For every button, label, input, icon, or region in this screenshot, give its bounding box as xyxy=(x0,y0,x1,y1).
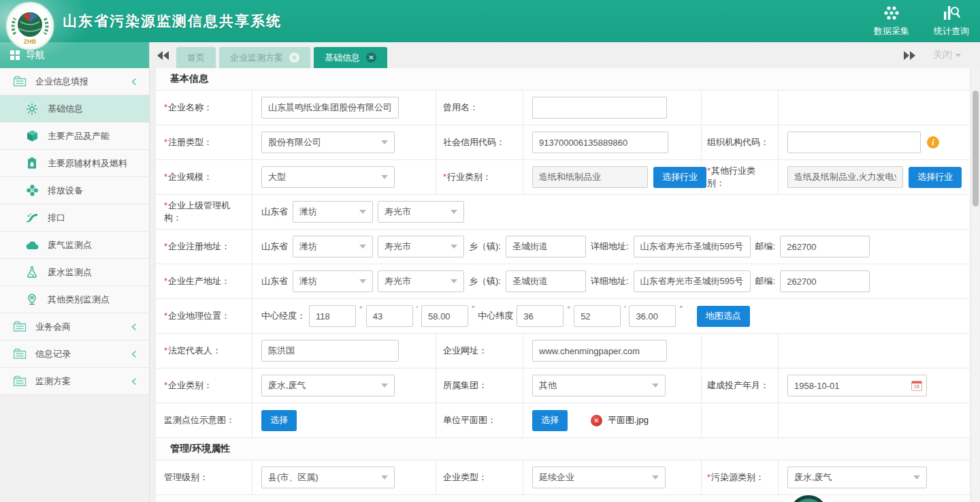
minute-unit: ′ xyxy=(624,304,625,314)
form-row-parent-org: *企业上级管理机构： 山东省 潍坊 寿光市 xyxy=(156,195,970,230)
register-type-select[interactable]: 股份有限公司 xyxy=(261,131,395,153)
monitor-sketch-select-button[interactable]: 选择 xyxy=(261,410,297,431)
enterprise-scale-select[interactable]: 大型 xyxy=(261,166,395,188)
industry-category-input[interactable] xyxy=(532,166,648,188)
group-belong-label: 所属集团： xyxy=(443,379,487,392)
cloud-icon xyxy=(25,239,39,251)
website-input[interactable] xyxy=(532,340,667,362)
production-address-zip-input[interactable] xyxy=(780,270,870,292)
longitude-second-input[interactable] xyxy=(421,305,468,327)
sidebar-item-gas-monitoring-points[interactable]: 废气监测点 xyxy=(0,232,149,259)
production-address-city-select[interactable]: 潍坊 xyxy=(293,270,373,292)
pollution-type-label: *污染源类别： xyxy=(707,471,764,484)
sidebar-item-other-monitoring-points[interactable]: 其他类别监测点 xyxy=(0,286,149,313)
app-logo: ZHB xyxy=(5,1,54,50)
former-name-input[interactable] xyxy=(532,97,667,119)
map-pick-button[interactable]: 地图选点 xyxy=(697,306,750,327)
latitude-degree-input[interactable] xyxy=(517,305,564,327)
tab-label: 企业监测方案 xyxy=(230,52,283,64)
parent-org-city-select[interactable]: 潍坊 xyxy=(293,201,373,223)
legal-person-input[interactable] xyxy=(261,340,399,362)
credit-code-input[interactable] xyxy=(532,131,668,153)
form-row-category-group-date: *企业类别： 废水,废气 所属集团： 其他 建成投产年月： xyxy=(156,368,970,403)
longitude-degree-input[interactable] xyxy=(309,305,356,327)
tab-close-icon[interactable]: ✕ xyxy=(289,52,299,63)
unit-plan-file-link[interactable]: 平面图.jpg xyxy=(608,414,649,426)
sidebar-item-label: 信息记录 xyxy=(35,348,71,360)
content-area: 基本信息 *企业名称： 曾用名： *注册类型： 股份有限公司 社会信用代码： 组… xyxy=(150,68,980,502)
province-label: 山东省 xyxy=(261,206,288,218)
folder-icon xyxy=(13,375,27,388)
parent-org-county-select[interactable]: 寿光市 xyxy=(378,201,464,223)
chevron-down-icon xyxy=(652,383,659,388)
other-industry-input[interactable] xyxy=(787,166,903,188)
info-icon[interactable]: i xyxy=(927,136,939,148)
delete-file-icon[interactable]: ✕ xyxy=(591,415,602,426)
sidebar-item-label: 排口 xyxy=(48,212,65,224)
unit-plan-select-button[interactable]: 选择 xyxy=(532,410,568,431)
data-collection-button[interactable]: 数据采集 xyxy=(870,5,913,37)
latitude-minute-input[interactable] xyxy=(574,305,621,327)
tab-close-icon[interactable]: ✕ xyxy=(366,52,376,63)
province-label: 山东省 xyxy=(261,275,288,287)
production-address-town-input[interactable] xyxy=(506,270,586,292)
sidebar-item-label: 废水监测点 xyxy=(48,266,92,279)
tab-scroll-left-icon[interactable] xyxy=(157,51,169,60)
form-row-images: 监测点位示意图： 选择 单位平面图： 选择 ✕ 平面图.jpg xyxy=(156,403,970,438)
register-address-county-select[interactable]: 寿光市 xyxy=(378,236,464,257)
management-level-select[interactable]: 县(市、区属) xyxy=(261,467,395,488)
production-address-detail-input[interactable] xyxy=(634,270,751,292)
chevron-down-icon xyxy=(451,210,457,214)
longitude-minute-input[interactable] xyxy=(366,305,413,327)
pollution-type-select[interactable]: 废水,废气 xyxy=(787,467,927,488)
sidebar-item-products-capacity[interactable]: 主要产品及产能 xyxy=(0,123,149,150)
chevron-left-icon xyxy=(131,350,137,358)
section-title-basic-info: 基本信息 xyxy=(156,68,970,91)
register-address-detail-input[interactable] xyxy=(634,236,751,257)
folder-icon xyxy=(13,321,27,333)
production-date-input[interactable] xyxy=(787,375,927,396)
logo-text: ZHB xyxy=(24,38,37,45)
basic-info-form: 基本信息 *企业名称： 曾用名： *注册类型： 股份有限公司 社会信用代码： 组… xyxy=(155,68,970,502)
org-code-input[interactable] xyxy=(787,131,921,153)
enterprise-name-input[interactable] xyxy=(261,97,399,119)
register-address-city-select[interactable]: 潍坊 xyxy=(293,236,373,257)
calendar-icon[interactable] xyxy=(911,381,922,391)
register-address-town-input[interactable] xyxy=(506,236,586,257)
sidebar-item-business-consultation-group[interactable]: 业务会商 xyxy=(0,313,149,341)
select-industry-button[interactable]: 选择行业 xyxy=(653,167,706,188)
tab-scroll-right-icon[interactable] xyxy=(903,51,915,60)
chevron-down-icon xyxy=(381,140,388,144)
latitude-second-input[interactable] xyxy=(629,305,676,327)
legal-person-label: *法定代表人： xyxy=(164,345,221,357)
sidebar-item-info-records-group[interactable]: 信息记录 xyxy=(0,341,149,368)
chevron-left-icon xyxy=(131,78,137,86)
close-tabs-menu[interactable]: 关闭 xyxy=(933,49,961,61)
tab-enterprise-monitoring-plan[interactable]: 企业监测方案 ✕ xyxy=(219,47,310,68)
stats-query-label: 统计查询 xyxy=(934,25,969,37)
register-address-zip-input[interactable] xyxy=(780,236,870,257)
sidebar-item-monitoring-plan-group[interactable]: 监测方案 xyxy=(0,368,149,395)
enterprise-category-select[interactable]: 废水,废气 xyxy=(261,375,395,396)
sidebar-item-enterprise-info-group[interactable]: 企业信息填报 xyxy=(0,68,149,95)
second-unit: ″ xyxy=(679,304,682,314)
select-other-industry-button[interactable]: 选择行业 xyxy=(909,167,962,188)
sidebar-item-outlets[interactable]: 排口 xyxy=(0,204,149,232)
sidebar-item-water-monitoring-points[interactable]: 废水监测点 xyxy=(0,259,149,286)
sidebar-item-basic-info[interactable]: 基础信息 xyxy=(0,95,149,123)
tab-home[interactable]: 首页 xyxy=(176,47,216,68)
tab-basic-info[interactable]: 基础信息 ✕ xyxy=(314,47,387,68)
detail-address-label: 详细地址: xyxy=(591,240,629,253)
vertical-scrollbar-thumb[interactable] xyxy=(973,91,979,206)
stats-query-button[interactable]: 统计查询 xyxy=(930,5,973,37)
sidebar-item-raw-materials-fuel[interactable]: 主要原辅材料及燃料 xyxy=(0,150,149,177)
production-address-county-select[interactable]: 寿光市 xyxy=(378,270,464,292)
enterprise-type-select[interactable]: 延续企业 xyxy=(532,467,666,488)
tab-label: 首页 xyxy=(187,52,205,64)
flask-icon xyxy=(25,266,39,279)
vertical-scrollbar-track[interactable] xyxy=(972,68,979,502)
data-collection-label: 数据采集 xyxy=(874,25,909,37)
production-address-label: *企业生产地址： xyxy=(164,275,230,287)
group-belong-select[interactable]: 其他 xyxy=(532,375,666,396)
sidebar-item-emission-equipment[interactable]: 排放设备 xyxy=(0,177,149,204)
